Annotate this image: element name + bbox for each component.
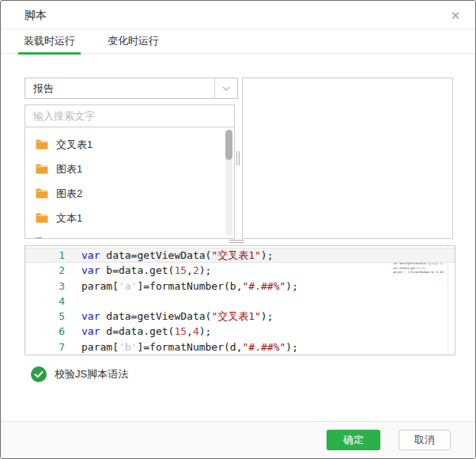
check-circle-icon [31, 366, 47, 382]
tree-item[interactable]: 文本1 [25, 206, 234, 230]
validate-syntax-label: 校验JS脚本语法 [55, 367, 128, 381]
code-line[interactable]: 7param['b']=formatNumber(d,"#.##%"); [25, 340, 455, 355]
close-icon[interactable]: ✕ [447, 7, 464, 25]
tree-item[interactable]: 交叉表1 [25, 132, 234, 157]
tree-item-label: addHint(String):void [53, 237, 144, 239]
tree-item-label: 交叉表1 [56, 138, 93, 152]
line-number: 7 [25, 340, 65, 355]
search-input[interactable] [25, 105, 234, 127]
line-number: 6 [25, 324, 65, 339]
object-select-value: 报告 [33, 78, 54, 98]
object-tree: 交叉表1图表1图表2文本1addHint(String):void [25, 127, 235, 239]
dialog-footer: 确定 取消 [1, 421, 475, 458]
code-line[interactable]: 5var data=getViewData("交叉表1"); [25, 309, 455, 324]
code-line[interactable]: 3param['a']=formatNumber(b,"#.##%"); [25, 279, 455, 294]
line-number: 3 [25, 279, 65, 294]
horizontal-splitter-handle[interactable] [229, 239, 244, 244]
line-number: 1 [25, 248, 65, 263]
method-icon [36, 237, 45, 240]
tree-item-label: 图表1 [56, 162, 82, 176]
code-text: param['b']=formatNumber(d,"#.##%"); [81, 340, 298, 355]
folder-icon [36, 213, 48, 223]
code-line[interactable]: 4 [25, 294, 455, 309]
chevron-down-icon[interactable] [214, 78, 237, 98]
detail-panel [242, 78, 453, 239]
line-number: 5 [25, 309, 65, 324]
ok-button[interactable]: 确定 [327, 430, 380, 450]
tree-item-label: 文本1 [56, 211, 82, 226]
script-dialog: 脚本 ✕ 装载时运行变化时运行 报告 交叉表1图表1图表2文本1addHint(… [0, 0, 476, 459]
code-line[interactable]: 2var b=data.get(15,2); [25, 263, 455, 278]
code-text: param['a']=formatNumber(b,"#.##%"); [81, 279, 298, 294]
tree-scrollbar-thumb[interactable] [225, 130, 232, 160]
vertical-splitter-handle[interactable] [236, 151, 241, 165]
tree-item-label: 图表2 [56, 187, 82, 201]
folder-icon [36, 188, 48, 199]
tree-item[interactable]: 图表1 [25, 157, 234, 181]
tab-label: 变化时运行 [108, 35, 159, 47]
code-text: var data=getViewData("交叉表1"); [81, 309, 274, 324]
tab-label: 装载时运行 [24, 35, 75, 47]
code-line[interactable]: 1var data=getViewData("交叉表1"); [25, 248, 455, 263]
tree-item[interactable]: 图表2 [25, 181, 234, 206]
tab-bar: 装载时运行变化时运行 [1, 29, 475, 54]
dialog-title: 脚本 [25, 1, 47, 29]
folder-icon [36, 139, 48, 150]
cancel-button[interactable]: 取消 [399, 430, 451, 450]
validate-syntax[interactable]: 校验JS脚本语法 [31, 366, 128, 383]
tab-run-on-load[interactable]: 装载时运行 [18, 29, 81, 54]
folder-icon [36, 164, 48, 174]
search-box [25, 104, 235, 127]
code-text: var b=data.get(15,2); [81, 263, 211, 278]
tree-item[interactable]: addHint(String):void [25, 230, 234, 239]
code-line[interactable]: 6var d=data.get(15,4); [25, 324, 455, 339]
tree-scrollbar[interactable] [225, 130, 232, 236]
code-text: var data=getViewData("交叉表1"); [81, 248, 274, 263]
object-select[interactable]: 报告 [25, 78, 238, 99]
line-number: 2 [25, 263, 65, 278]
dialog-header: 脚本 ✕ [1, 1, 475, 29]
tab-run-on-change[interactable]: 变化时运行 [102, 29, 164, 54]
code-editor[interactable]: var data=getViewData("交叉表1");var b=data.… [25, 245, 455, 355]
line-number: 4 [25, 294, 65, 309]
code-text: var d=data.get(15,4); [81, 324, 211, 339]
